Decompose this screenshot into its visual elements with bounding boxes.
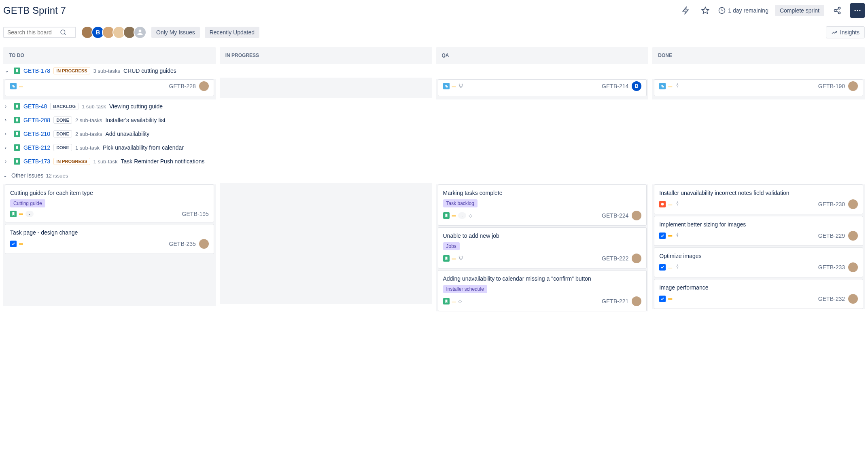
search-icon [60, 29, 66, 36]
story-icon [10, 211, 17, 217]
assignee-avatar[interactable] [199, 81, 209, 91]
swimlane-issue-link[interactable]: GETB-178 [23, 68, 50, 74]
priority-medium-icon: ═ [668, 201, 672, 207]
issue-card[interactable]: Cutting guides for each item typeCutting… [5, 184, 214, 222]
priority-medium-icon: ═ [668, 233, 672, 239]
subtask-count: 2 sub-tasks [75, 117, 102, 123]
swimlane-header[interactable]: ⌄GETB-178IN PROGRESS3 sub-tasksCRUD cutt… [3, 64, 865, 78]
assignee-avatar[interactable]: B [632, 81, 641, 91]
swimlane-header[interactable]: ›GETB-173IN PROGRESS1 sub-taskTask Remin… [3, 154, 865, 168]
svg-rect-21 [662, 86, 664, 87]
issue-card[interactable]: Task page - design change═GETB-235 [5, 224, 214, 254]
svg-point-3 [834, 10, 836, 12]
star-icon[interactable] [699, 4, 712, 17]
assignee-avatar[interactable] [848, 81, 858, 91]
chevron-right-icon[interactable]: › [5, 159, 11, 164]
story-icon [14, 103, 20, 110]
card-label: Installer schedule [443, 285, 487, 293]
issue-card[interactable]: ═GETB-228 [5, 79, 214, 96]
card-key: GETB-190 [818, 83, 845, 89]
swimlane-title: Task Reminder Push notifications [121, 158, 205, 165]
card-title: Marking tasks complete [443, 190, 642, 196]
column-cell[interactable]: ═GETB-190 [652, 79, 865, 99]
column-cell[interactable]: Marking tasks completeTask backlog═-◇GET… [436, 184, 649, 311]
swimlane-issue-link[interactable]: GETB-208 [23, 117, 50, 123]
column-cell[interactable]: ═GETB-228 [3, 79, 216, 99]
swimlane-header[interactable]: ›GETB-212DONE1 sub-taskPick unavailabili… [3, 141, 865, 154]
status-badge: IN PROGRESS [53, 67, 90, 74]
chevron-right-icon[interactable]: › [5, 145, 11, 150]
swimlane-header[interactable]: ›GETB-48BACKLOG1 sub-taskViewing cutting… [3, 99, 865, 113]
recently-updated-button[interactable]: Recently Updated [205, 27, 259, 38]
svg-point-18 [462, 84, 463, 85]
column-cell[interactable]: Cutting guides for each item typeCutting… [3, 184, 216, 306]
column-cell[interactable]: ═GETB-214B [436, 79, 649, 99]
assignee-avatar[interactable] [848, 199, 858, 209]
column-cell[interactable]: Installer unavailability incorrect notes… [652, 184, 865, 309]
card-key: GETB-232 [818, 296, 845, 302]
only-my-issues-button[interactable]: Only My Issues [151, 27, 200, 38]
swimlane-issue-link[interactable]: GETB-173 [23, 158, 50, 165]
chevron-right-icon[interactable]: › [5, 131, 11, 137]
status-badge: DONE [53, 144, 72, 151]
card-key: GETB-233 [818, 264, 845, 271]
insights-button[interactable]: Insights [826, 26, 865, 38]
issue-card[interactable]: ═GETB-190 [654, 79, 863, 96]
assignee-avatar[interactable] [632, 211, 641, 220]
swimlane-issue-link[interactable]: GETB-210 [23, 131, 50, 137]
complete-sprint-button[interactable]: Complete sprint [775, 5, 824, 16]
issue-card[interactable]: Implement better sizing for images═GETB-… [654, 216, 863, 246]
assignee-avatar[interactable] [848, 231, 858, 241]
issue-card[interactable]: Installer unavailability incorrect notes… [654, 184, 863, 214]
priority-medium-icon: ═ [668, 83, 672, 89]
svg-point-25 [459, 256, 460, 257]
assignee-avatar[interactable] [632, 296, 641, 306]
assignee-filter-avatars: B [81, 26, 146, 39]
header-actions: 1 day remaining Complete sprint [679, 3, 865, 18]
svg-point-12 [139, 30, 142, 32]
swimlane-issue-link[interactable]: GETB-48 [23, 103, 47, 110]
assignee-avatar[interactable] [632, 254, 641, 263]
assignee-avatar[interactable] [848, 294, 858, 304]
other-issues-header[interactable]: ⌄Other Issues12 issues [3, 168, 865, 183]
swimlane-issue-link[interactable]: GETB-212 [23, 144, 50, 151]
priority-medium-icon: ═ [452, 212, 456, 219]
card-label: Jobs [443, 242, 460, 250]
bolt-icon[interactable] [679, 4, 692, 17]
card-title: Unable to add new job [443, 233, 642, 239]
priority-medium-icon: ═ [668, 264, 672, 271]
issue-card[interactable]: Marking tasks completeTask backlog═-◇GET… [438, 184, 647, 226]
more-menu-button[interactable] [850, 3, 865, 18]
chevron-right-icon[interactable]: › [5, 104, 11, 109]
column-cell[interactable] [220, 183, 432, 304]
share-icon[interactable] [831, 4, 844, 17]
card-label: Task backlog [443, 199, 478, 207]
chevron-down-icon[interactable]: ⌄ [3, 173, 9, 178]
column-cell[interactable] [220, 78, 432, 98]
story-icon [443, 212, 450, 219]
card-title: Installer unavailability incorrect notes… [659, 190, 858, 196]
chevron-right-icon[interactable]: › [5, 117, 11, 123]
commit-icon [675, 82, 680, 90]
card-key: GETB-235 [169, 241, 196, 247]
swimlane-row: ═GETB-228═GETB-214B═GETB-190 [3, 78, 865, 99]
search-input[interactable] [7, 29, 60, 36]
svg-point-4 [838, 12, 840, 14]
card-key: GETB-230 [818, 201, 845, 207]
branch-icon [458, 255, 464, 262]
chevron-down-icon[interactable]: ⌄ [5, 68, 11, 74]
assignee-avatar[interactable] [199, 239, 209, 249]
issue-card[interactable]: Adding unavailability to calendar missin… [438, 270, 647, 311]
subtask-icon [10, 83, 17, 89]
search-box[interactable] [3, 27, 76, 38]
swimlane-header[interactable]: ›GETB-210DONE2 sub-tasksAdd unavailabili… [3, 127, 865, 141]
swimlane-header[interactable]: ›GETB-208DONE2 sub-tasksInstaller's avai… [3, 113, 865, 127]
priority-medium-icon: ═ [19, 211, 23, 217]
other-issues-row: Cutting guides for each item typeCutting… [3, 183, 865, 313]
avatar-unassigned[interactable] [134, 26, 146, 39]
issue-card[interactable]: Unable to add new jobJobs═GETB-222 [438, 227, 647, 268]
assignee-avatar[interactable] [848, 262, 858, 272]
issue-card[interactable]: Image performance═GETB-232 [654, 279, 863, 309]
issue-card[interactable]: ═GETB-214B [438, 79, 647, 96]
issue-card[interactable]: Optimize images═GETB-233 [654, 247, 863, 277]
